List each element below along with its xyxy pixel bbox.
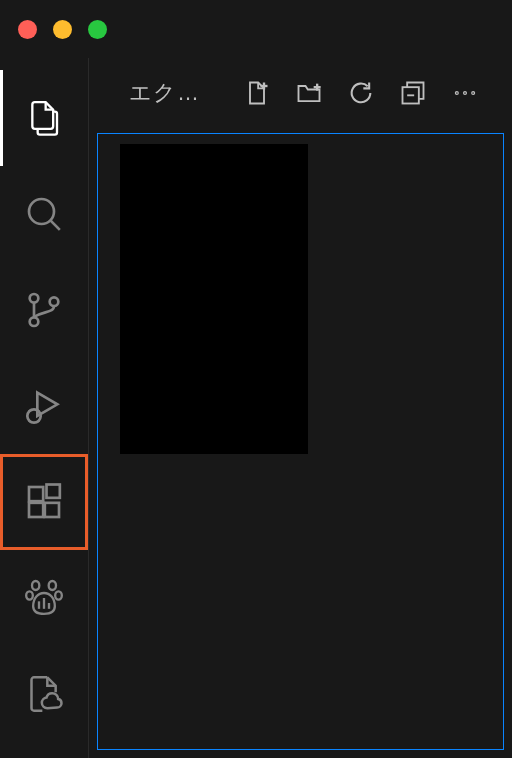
activity-extensions[interactable]: [0, 454, 88, 550]
refresh-icon: [347, 79, 375, 107]
sidebar-actions: [243, 79, 479, 107]
svg-rect-12: [29, 487, 43, 501]
svg-line-11: [38, 410, 39, 411]
activity-bar: [0, 58, 88, 758]
more-actions-button[interactable]: [451, 79, 479, 107]
svg-point-30: [464, 92, 465, 93]
svg-point-2: [30, 294, 39, 303]
svg-point-4: [50, 297, 59, 306]
activity-remote-explorer[interactable]: [0, 646, 88, 742]
svg-line-10: [29, 421, 30, 422]
branch-icon: [24, 290, 64, 330]
svg-line-8: [29, 410, 30, 411]
svg-point-29: [456, 92, 457, 93]
activity-source-control[interactable]: [0, 262, 88, 358]
svg-line-9: [38, 421, 39, 422]
svg-point-19: [55, 591, 62, 599]
files-icon: [24, 98, 64, 138]
minimize-window-button[interactable]: [53, 20, 72, 39]
activity-baidu-stats[interactable]: [0, 550, 88, 646]
activity-explorer[interactable]: [0, 70, 88, 166]
file-cloud-icon: [24, 674, 64, 714]
svg-point-3: [30, 317, 39, 326]
ellipsis-icon: [451, 79, 479, 107]
debug-icon: [24, 386, 64, 426]
refresh-button[interactable]: [347, 79, 375, 107]
app-body: エクス...: [0, 58, 512, 758]
new-file-button[interactable]: [243, 79, 271, 107]
titlebar: [0, 0, 512, 58]
activity-run-debug[interactable]: [0, 358, 88, 454]
extensions-icon: [24, 482, 64, 522]
activity-search[interactable]: [0, 166, 88, 262]
svg-line-1: [51, 221, 60, 230]
svg-rect-15: [47, 485, 60, 498]
sidebar-header: エクス...: [89, 58, 512, 128]
svg-rect-13: [29, 503, 43, 517]
close-window-button[interactable]: [18, 20, 37, 39]
svg-rect-14: [45, 503, 59, 517]
collapse-all-button[interactable]: [399, 79, 427, 107]
search-icon: [24, 194, 64, 234]
explorer-sidebar: エクス...: [88, 58, 512, 758]
zoom-window-button[interactable]: [88, 20, 107, 39]
collapse-icon: [399, 79, 427, 107]
new-folder-icon: [295, 79, 323, 107]
svg-point-31: [473, 92, 474, 93]
redacted-content: [120, 144, 308, 454]
sidebar-title: エクス...: [129, 78, 219, 108]
svg-point-16: [32, 581, 39, 590]
paw-chart-icon: [24, 578, 64, 618]
new-folder-button[interactable]: [295, 79, 323, 107]
explorer-tree[interactable]: [97, 133, 504, 750]
svg-point-18: [26, 591, 33, 599]
svg-point-0: [29, 199, 54, 224]
svg-point-17: [49, 581, 56, 590]
new-file-icon: [243, 79, 271, 107]
